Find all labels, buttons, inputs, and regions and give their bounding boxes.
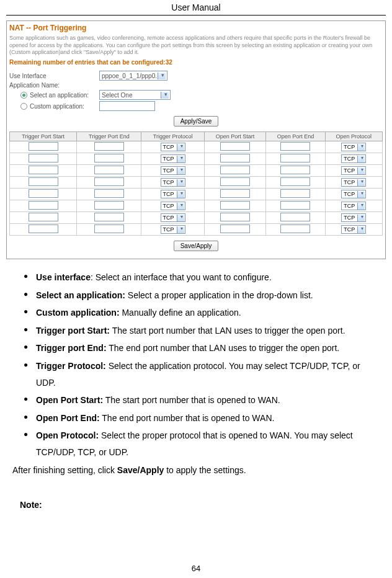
- port-input[interactable]: [94, 177, 124, 186]
- protocol-dropdown[interactable]: TCP: [161, 166, 185, 175]
- port-input[interactable]: [280, 189, 310, 198]
- protocol-dropdown[interactable]: TCP: [161, 213, 185, 222]
- table-header: Open Port End: [266, 132, 325, 141]
- port-input[interactable]: [29, 189, 58, 198]
- port-input[interactable]: [220, 213, 250, 221]
- port-input[interactable]: [280, 142, 310, 151]
- port-input[interactable]: [220, 166, 250, 174]
- port-input[interactable]: [94, 213, 124, 221]
- port-input[interactable]: [29, 142, 58, 151]
- protocol-dropdown[interactable]: TCP: [161, 225, 185, 234]
- port-input[interactable]: [94, 166, 124, 174]
- custom-app-radio[interactable]: [20, 103, 27, 110]
- protocol-dropdown[interactable]: TCP: [341, 143, 366, 151]
- page-number: 64: [0, 564, 392, 573]
- bullet-item: Custom application: Manually define an a…: [24, 305, 380, 321]
- port-input[interactable]: [280, 225, 310, 233]
- table-header: Trigger Port Start: [10, 132, 77, 141]
- select-app-radio[interactable]: [20, 92, 27, 99]
- port-input[interactable]: [29, 166, 58, 174]
- port-input[interactable]: [94, 225, 124, 233]
- content-section: Use interface: Select an interface that …: [12, 269, 380, 514]
- apply-save-button[interactable]: Apply/Save: [174, 116, 219, 127]
- port-input[interactable]: [220, 225, 250, 233]
- remaining-entries: Remaining number of entries that can be …: [9, 59, 383, 66]
- table-row: TCPTCP: [10, 224, 383, 236]
- port-input[interactable]: [280, 213, 310, 221]
- protocol-dropdown[interactable]: TCP: [161, 178, 185, 187]
- table-row: TCPTCP: [10, 141, 383, 153]
- port-input[interactable]: [280, 154, 310, 162]
- bullet-item: Use interface: Select an interface that …: [24, 269, 380, 286]
- protocol-dropdown[interactable]: TCP: [341, 225, 366, 234]
- protocol-dropdown[interactable]: TCP: [341, 154, 366, 163]
- port-input[interactable]: [220, 177, 250, 186]
- bullet-item: Select an application: Select a proper a…: [24, 287, 380, 304]
- table-row: TCPTCP: [10, 189, 383, 200]
- port-input[interactable]: [280, 166, 310, 174]
- port-input[interactable]: [220, 201, 250, 210]
- protocol-dropdown[interactable]: TCP: [341, 166, 366, 175]
- port-input[interactable]: [280, 177, 310, 186]
- port-input[interactable]: [220, 189, 250, 198]
- port-input[interactable]: [29, 201, 58, 210]
- port-input[interactable]: [220, 142, 250, 151]
- port-input[interactable]: [94, 154, 124, 162]
- protocol-dropdown[interactable]: TCP: [161, 202, 185, 210]
- bullet-item: Open Port Start: The start port number t…: [24, 392, 380, 409]
- table-row: TCPTCP: [10, 165, 383, 177]
- bullet-item: Open Port End: The end port number that …: [24, 410, 380, 427]
- bullet-list: Use interface: Select an interface that …: [12, 269, 380, 461]
- application-name-label: Application Name:: [9, 82, 99, 89]
- port-input[interactable]: [29, 154, 58, 162]
- protocol-dropdown[interactable]: TCP: [161, 143, 185, 151]
- table-row: TCPTCP: [10, 153, 383, 165]
- protocol-dropdown[interactable]: TCP: [161, 190, 185, 198]
- table-header: Trigger Protocol: [141, 132, 204, 141]
- select-app-dropdown[interactable]: Select One: [99, 90, 171, 100]
- bullet-item: Trigger port End: The end port number th…: [24, 340, 380, 357]
- router-screenshot: NAT -- Port Triggering Some applications…: [6, 20, 386, 259]
- protocol-dropdown[interactable]: TCP: [341, 178, 366, 187]
- nat-title: NAT -- Port Triggering: [9, 24, 383, 32]
- port-input[interactable]: [29, 213, 58, 221]
- protocol-dropdown[interactable]: TCP: [341, 202, 366, 210]
- table-row: TCPTCP: [10, 212, 383, 224]
- use-interface-label: Use Interface: [9, 73, 99, 79]
- custom-app-input[interactable]: [99, 101, 155, 111]
- table-row: TCPTCP: [10, 200, 383, 212]
- port-input[interactable]: [94, 201, 124, 210]
- port-table: Trigger Port StartTrigger Port EndTrigge…: [9, 131, 383, 236]
- protocol-dropdown[interactable]: TCP: [161, 154, 185, 163]
- bullet-item: Open Protocol: Select the proper protoco…: [24, 427, 380, 460]
- save-apply-button[interactable]: Save/Apply: [174, 241, 219, 251]
- port-input[interactable]: [94, 142, 124, 151]
- select-app-label: Select an application:: [30, 92, 89, 99]
- intro-text: Some applications such as games, video c…: [9, 35, 383, 56]
- port-input[interactable]: [29, 177, 58, 186]
- port-input[interactable]: [220, 154, 250, 162]
- table-header: Open Protocol: [325, 132, 382, 141]
- protocol-dropdown[interactable]: TCP: [341, 190, 366, 198]
- port-input[interactable]: [29, 225, 58, 233]
- custom-app-label: Custom application:: [30, 103, 84, 110]
- port-input[interactable]: [280, 201, 310, 210]
- bullet-item: Trigger Protocol: Select the application…: [24, 358, 380, 391]
- after-text: After finishing setting, click Save/Appl…: [12, 462, 380, 479]
- bullet-item: Trigger port Start: The start port numbe…: [24, 322, 380, 339]
- use-interface-dropdown[interactable]: pppoe_0_1_1/ppp0.1: [99, 71, 167, 81]
- table-header: Open Port Start: [204, 132, 266, 141]
- table-row: TCPTCP: [10, 177, 383, 189]
- port-input[interactable]: [94, 189, 124, 198]
- table-header: Trigger Port End: [77, 132, 141, 141]
- note-label: Note:: [20, 497, 380, 514]
- page-header: User Manual: [6, 0, 386, 16]
- protocol-dropdown[interactable]: TCP: [341, 213, 366, 222]
